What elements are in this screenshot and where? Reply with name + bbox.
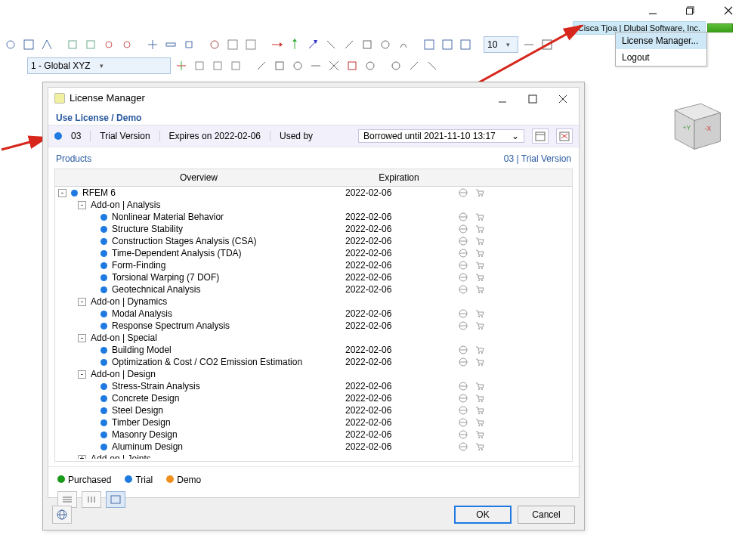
cart-icon[interactable]: [475, 261, 484, 270]
web-icon[interactable]: [459, 406, 468, 415]
products-table-body[interactable]: -RFEM 62022-02-06-Add-on | AnalysisNonli…: [55, 187, 572, 459]
tool-icon[interactable]: [363, 58, 378, 73]
cart-icon[interactable]: [475, 382, 484, 391]
tree-toggle[interactable]: +: [78, 455, 86, 459]
cart-icon[interactable]: [475, 212, 484, 221]
tool-icon[interactable]: [243, 37, 258, 52]
table-row[interactable]: Construction Stages Analysis (CSA)2022-0…: [55, 235, 572, 247]
tree-toggle[interactable]: -: [78, 201, 86, 209]
web-icon[interactable]: [459, 394, 468, 403]
tool-icon[interactable]: [65, 37, 80, 52]
tool-icon[interactable]: [422, 37, 437, 52]
tool-icon[interactable]: [378, 37, 393, 52]
web-icon[interactable]: [459, 309, 468, 318]
view-mode-button[interactable]: [82, 491, 101, 508]
tool-icon[interactable]: [254, 58, 269, 73]
table-row[interactable]: Stress-Strain Analysis2022-02-06: [55, 380, 572, 392]
tool-icon[interactable]: [396, 37, 411, 52]
table-row[interactable]: Modal Analysis2022-02-06: [55, 308, 572, 320]
dialog-minimize-button[interactable]: [494, 92, 511, 106]
tool-icon[interactable]: [228, 58, 243, 73]
table-row[interactable]: -Add-on | Dynamics: [55, 295, 572, 308]
tool-icon[interactable]: [539, 37, 555, 52]
web-icon[interactable]: [459, 224, 468, 234]
table-row[interactable]: -Add-on | Special: [55, 332, 572, 344]
tree-toggle[interactable]: -: [78, 370, 86, 379]
calendar-icon-button[interactable]: [532, 128, 549, 144]
tool-icon[interactable]: [210, 58, 225, 73]
view-cube[interactable]: +Y -X: [662, 91, 727, 156]
tool-icon[interactable]: [407, 58, 422, 73]
tool-icon[interactable]: [101, 37, 116, 52]
ok-button[interactable]: OK: [454, 506, 512, 524]
tool-icon[interactable]: [83, 37, 98, 52]
table-row[interactable]: Timber Design2022-02-06: [55, 416, 572, 429]
web-icon[interactable]: [459, 442, 468, 451]
coord-system-combo[interactable]: 1 - Global XYZ▾: [27, 57, 171, 74]
tool-icon[interactable]: [308, 58, 323, 73]
axis-x-icon[interactable]: [269, 37, 284, 52]
table-row[interactable]: Optimization & Cost / CO2 Emission Estim…: [55, 356, 572, 368]
tool-icon[interactable]: [192, 58, 207, 73]
table-row[interactable]: Torsional Warping (7 DOF)2022-02-06: [55, 271, 572, 283]
tool-icon[interactable]: [440, 37, 455, 52]
web-icon[interactable]: [459, 418, 468, 427]
web-icon[interactable]: [459, 249, 468, 258]
web-icon[interactable]: [459, 357, 468, 367]
tool-icon[interactable]: [119, 37, 134, 52]
tool-icon[interactable]: [145, 37, 160, 52]
table-row[interactable]: Geotechnical Analysis2022-02-06: [55, 283, 572, 295]
table-row[interactable]: Time-Dependent Analysis (TDA)2022-02-06: [55, 247, 572, 259]
tool-icon[interactable]: [388, 58, 403, 73]
tool-icon[interactable]: [290, 58, 305, 73]
maximize-button[interactable]: [680, 3, 701, 18]
axis-z-icon[interactable]: [305, 37, 320, 52]
tool-icon[interactable]: [425, 58, 440, 73]
dialog-close-button[interactable]: [555, 92, 571, 106]
table-row[interactable]: -Add-on | Analysis: [55, 199, 572, 211]
cart-icon[interactable]: [475, 430, 484, 439]
table-row[interactable]: Response Spectrum Analysis2022-02-06: [55, 320, 572, 332]
tool-icon[interactable]: [458, 37, 473, 52]
web-icon[interactable]: [459, 237, 468, 246]
view-mode-button[interactable]: [106, 491, 125, 508]
table-row[interactable]: Concrete Design2022-02-06: [55, 392, 572, 404]
table-row[interactable]: -RFEM 62022-02-06: [55, 187, 572, 199]
cart-icon[interactable]: [475, 321, 484, 330]
tool-icon[interactable]: [345, 58, 360, 73]
cart-icon[interactable]: [475, 249, 484, 258]
tool-icon[interactable]: [3, 37, 18, 52]
cart-icon[interactable]: [475, 188, 484, 197]
web-icon[interactable]: [459, 430, 468, 439]
table-row[interactable]: Nonlinear Material Behavior2022-02-06: [55, 211, 572, 223]
tree-toggle[interactable]: -: [58, 189, 66, 197]
minimize-button[interactable]: [642, 3, 663, 18]
tree-toggle[interactable]: -: [78, 298, 86, 306]
cart-icon[interactable]: [475, 406, 484, 415]
tool-icon[interactable]: [39, 37, 54, 52]
cart-icon[interactable]: [475, 285, 484, 294]
cart-icon[interactable]: [475, 224, 484, 234]
web-icon[interactable]: [459, 261, 468, 270]
tool-icon[interactable]: [521, 37, 536, 52]
web-icon[interactable]: [459, 321, 468, 330]
tree-toggle[interactable]: -: [78, 334, 86, 342]
cart-icon[interactable]: [475, 309, 484, 318]
web-icon[interactable]: [459, 345, 468, 354]
cart-icon[interactable]: [475, 418, 484, 427]
tool-icon[interactable]: [21, 37, 36, 52]
cart-icon[interactable]: [475, 357, 484, 367]
table-row[interactable]: Aluminum Design2022-02-06: [55, 441, 572, 453]
tool-icon[interactable]: [272, 58, 287, 73]
tool-icon[interactable]: [360, 37, 375, 52]
cart-icon[interactable]: [475, 345, 484, 354]
tool-icon[interactable]: [225, 37, 240, 52]
table-row[interactable]: Steel Design2022-02-06: [55, 404, 572, 416]
tool-icon[interactable]: [326, 58, 342, 73]
web-icon[interactable]: [459, 188, 468, 197]
web-icon[interactable]: [459, 382, 468, 391]
axis-y-icon[interactable]: [287, 37, 302, 52]
cart-icon[interactable]: [475, 394, 484, 403]
table-row[interactable]: Structure Stability2022-02-06: [55, 223, 572, 235]
calendar-remove-icon-button[interactable]: [556, 128, 573, 144]
